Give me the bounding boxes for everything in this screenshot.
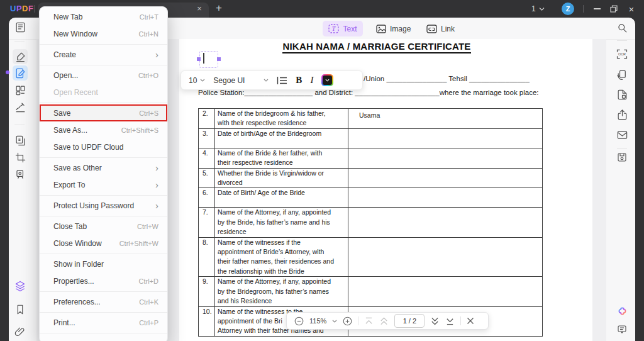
comment-icon[interactable]	[614, 322, 630, 337]
image-tool-button[interactable]: Image	[376, 21, 411, 36]
file-menu-item[interactable]: Export To ›	[40, 176, 167, 193]
menu-item-label: Save to UPDF Cloud	[53, 143, 158, 152]
file-menu-item[interactable]: Close Window Ctrl+Shift+W ›	[40, 235, 167, 252]
table-cell-value[interactable]	[348, 169, 542, 188]
table-cell-value[interactable]	[348, 277, 542, 306]
table-cell-number: 7.	[199, 208, 215, 237]
last-page-button[interactable]	[445, 317, 455, 325]
maximize-button[interactable]	[606, 3, 622, 14]
sign-icon[interactable]	[13, 99, 28, 115]
close-pager-button[interactable]	[467, 317, 474, 325]
font-family-value: Segoe UI	[213, 76, 245, 85]
minimize-button[interactable]	[589, 3, 605, 14]
italic-button[interactable]: I	[310, 75, 313, 86]
menu-item-shortcut: Ctrl+P	[139, 319, 158, 327]
table-row: 2. Name of the bridegroom & his father, …	[199, 109, 542, 129]
edit-icon[interactable]	[13, 65, 28, 81]
share-icon[interactable]	[614, 107, 630, 122]
table-cell-value[interactable]	[348, 148, 542, 168]
table-cell-description: Name of the Bride & her father, with the…	[215, 148, 348, 168]
next-page-button[interactable]	[430, 317, 440, 325]
rotate-pages-icon[interactable]	[614, 67, 630, 82]
table-cell-number: 2.	[199, 109, 215, 128]
file-menu-item[interactable]: Protect Using Password ›	[40, 197, 167, 214]
search-icon[interactable]	[614, 20, 630, 35]
document-title: NIKAH NAMA / MARRIAGE CERTIFICATE	[179, 41, 574, 52]
font-size-dropdown[interactable]: 10	[189, 76, 205, 85]
table-cell-description: Name of the Attorney, if any, appointed …	[215, 277, 348, 306]
file-menu-item[interactable]: Show in Folder ›	[40, 255, 167, 272]
file-menu-item[interactable]: Save Ctrl+S ›	[40, 104, 167, 121]
file-menu-item[interactable]: Print... Ctrl+P ›	[40, 314, 167, 331]
attachment-icon[interactable]	[13, 324, 28, 339]
text-tool-button[interactable]: T Text	[323, 21, 363, 36]
zoom-in-button[interactable]	[343, 316, 352, 326]
page-indicator-input[interactable]: 1 / 2	[394, 314, 425, 328]
crop-icon[interactable]	[13, 150, 28, 165]
cursor-handle-right[interactable]	[217, 57, 221, 61]
submenu-chevron-icon: ›	[155, 180, 158, 189]
restore-icon	[610, 5, 618, 13]
menu-item-label: Create	[53, 50, 155, 59]
file-menu-item[interactable]: Close Tab Ctrl+W ›	[40, 218, 167, 235]
table-cell-value[interactable]	[348, 208, 542, 237]
table-cell-value[interactable]	[348, 238, 542, 277]
reader-icon[interactable]	[13, 20, 28, 35]
first-page-button[interactable]	[364, 317, 374, 325]
file-menu-item[interactable]: Create ›	[40, 46, 167, 63]
file-menu-item[interactable]: New Window Ctrl+N ›	[40, 25, 167, 42]
link-tool-label: Link	[441, 25, 455, 33]
tab-close-icon[interactable]: ×	[194, 3, 205, 14]
rail-divider	[14, 125, 25, 125]
file-menu-item[interactable]: Preferences... Ctrl+K ›	[40, 293, 167, 310]
table-cell-value[interactable]: Usama	[348, 109, 542, 128]
page-navigation-bar: 115% 1 / 2	[286, 312, 489, 330]
file-menu-item[interactable]: Save as Other ›	[40, 159, 167, 176]
avatar[interactable]: Z	[562, 3, 574, 15]
image-tool-icon	[376, 25, 386, 33]
submenu-chevron-icon: ›	[155, 163, 158, 172]
cursor-handle-left[interactable]	[197, 57, 201, 61]
text-format-toolbar: 10 Segoe UI B I	[180, 70, 363, 90]
text-tool-icon: T	[328, 24, 339, 33]
file-menu-item[interactable]: Properties... Ctrl+D ›	[40, 272, 167, 289]
file-menu-item[interactable]: New Tab Ctrl+T ›	[40, 8, 167, 25]
new-tab-button[interactable]: +	[213, 1, 225, 15]
file-menu-item[interactable]: Open... Ctrl+O ›	[40, 67, 167, 84]
ocr-icon[interactable]: OCR	[614, 47, 630, 62]
menu-divider	[40, 65, 167, 65]
line-spacing-button[interactable]	[277, 76, 287, 85]
table-cell-value[interactable]	[348, 129, 542, 148]
link-tool-button[interactable]: Link	[426, 21, 455, 36]
layers-icon[interactable]	[13, 279, 28, 294]
rail-divider	[617, 148, 627, 149]
window-close-button[interactable]: ×	[623, 3, 640, 14]
bookmark-icon[interactable]	[13, 302, 28, 317]
table-cell-description: Whether the Bride is Virgin/widow or div…	[215, 169, 348, 188]
document-header-line1: /Union _______________ Tehsil __________…	[364, 75, 530, 82]
file-menu-item[interactable]: Save to UPDF Cloud ›	[40, 138, 167, 155]
convert-icon[interactable]	[13, 133, 28, 148]
stamp-icon[interactable]	[13, 166, 28, 181]
save-file-icon[interactable]	[614, 150, 630, 165]
menu-item-label: Properties...	[53, 277, 139, 286]
ai-assistant-icon[interactable]	[614, 303, 630, 318]
bold-button[interactable]: B	[296, 75, 302, 86]
file-menu-item[interactable]: Open Recent ›	[40, 84, 167, 101]
window-count-label: 1	[531, 4, 536, 13]
email-icon[interactable]	[614, 127, 630, 142]
chevron-down-icon[interactable]	[332, 320, 337, 323]
menu-item-shortcut: Ctrl+D	[139, 277, 158, 285]
previous-page-button[interactable]	[379, 317, 389, 325]
font-color-picker[interactable]	[321, 74, 333, 86]
annotate-icon[interactable]	[13, 49, 28, 64]
text-insert-cursor[interactable]	[199, 51, 218, 68]
table-cell-value[interactable]	[348, 188, 542, 207]
zoom-level-value[interactable]: 115%	[309, 317, 326, 325]
zoom-out-button[interactable]	[294, 316, 304, 326]
window-count-dropdown[interactable]: 1	[531, 4, 545, 13]
compress-icon[interactable]	[614, 87, 630, 102]
file-menu-item[interactable]: Save As... Ctrl+Shift+S ›	[40, 121, 167, 138]
font-family-dropdown[interactable]: Segoe UI	[213, 76, 269, 85]
organize-icon[interactable]	[13, 82, 28, 98]
